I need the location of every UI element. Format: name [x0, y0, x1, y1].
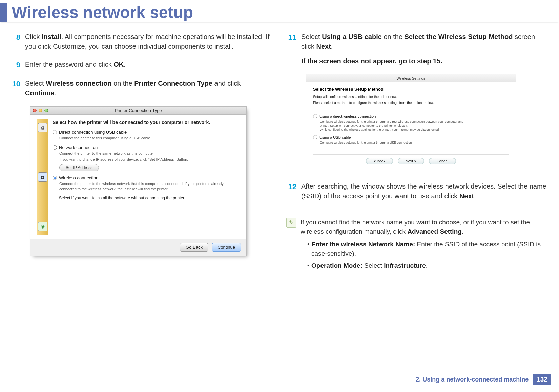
- bold: Wireless connection: [46, 80, 111, 87]
- page-number-badge: 132: [533, 374, 551, 385]
- accent-bar: [0, 3, 7, 22]
- bold: Printer Connection Type: [134, 80, 212, 87]
- radio-icon[interactable]: [53, 176, 57, 180]
- sub-instruction: If the screen does not appear, go to ste…: [301, 56, 549, 66]
- text: Select: [363, 262, 384, 269]
- dialog-body: Select the Wireless Setup Method Setup w…: [306, 82, 516, 171]
- option-usb[interactable]: Direct connection using USB cable Connec…: [53, 130, 240, 141]
- footer-chapter: 2. Using a network-connected machine: [416, 376, 529, 383]
- option-usb-cable[interactable]: Using a USB cable Configure wireless set…: [313, 135, 509, 145]
- column-right: 11 Select Using a USB cable on the Selec…: [286, 32, 549, 273]
- dialog-titlebar: Printer Connection Type: [30, 107, 246, 115]
- dialog-heading: Select the Wireless Setup Method: [313, 87, 509, 92]
- checkbox-row[interactable]: Select if you want to install the softwa…: [53, 196, 240, 200]
- go-back-button[interactable]: Go Back: [180, 243, 208, 252]
- option-wireless[interactable]: Wireless connection Connect the printer …: [53, 175, 240, 192]
- option-direct-wireless[interactable]: Using a direct wireless connection Confi…: [313, 114, 509, 132]
- step-number: 8: [10, 32, 25, 51]
- option-desc: If you want to change IP address of your…: [59, 157, 240, 162]
- bold: Select the Wireless Setup Method: [405, 33, 513, 40]
- options-panel: Select how the printer will be connected…: [53, 119, 240, 235]
- bold: OK: [113, 61, 124, 68]
- step-10: 10 Select Wireless connection on the Pri…: [10, 79, 273, 98]
- page-title: Wireless network setup: [12, 3, 193, 22]
- sidebar-ruler: ⎙ ▦ ◉: [37, 119, 48, 235]
- option-network[interactable]: Network connection Connect the printer t…: [53, 145, 240, 172]
- step-number: 10: [10, 79, 25, 98]
- dialog-button-bar: Go Back Continue: [30, 239, 246, 256]
- option-desc: Configure wireless settings for the prin…: [320, 119, 465, 132]
- checkbox-icon[interactable]: [53, 196, 57, 200]
- option-label: Network connection: [59, 145, 98, 150]
- note-box: ✎ If you cannot find the network name yo…: [286, 212, 549, 273]
- option-label: Wireless connection: [59, 175, 98, 180]
- bold: Using a USB cable: [322, 33, 382, 40]
- dialog-button-bar: < Back Next > Cancel: [313, 154, 509, 168]
- note-icon: ✎: [286, 218, 296, 228]
- usb-icon: ⎙: [38, 123, 47, 132]
- radio-icon[interactable]: [313, 135, 317, 139]
- bold: Infrastructure: [384, 262, 426, 269]
- radio-icon[interactable]: [53, 145, 57, 150]
- page-footer: 2. Using a network-connected machine 132: [416, 374, 551, 385]
- bold: Next: [316, 43, 331, 50]
- option-label: Using a direct wireless connection: [319, 114, 376, 118]
- dialog-body: ⎙ ▦ ◉ Select how the printer will be con…: [30, 115, 246, 239]
- option-desc: Configure wireless settings for the prin…: [320, 140, 465, 145]
- dialog-subtext: Please select a method to configure the …: [313, 101, 509, 105]
- list-item: Operation Mode: Select Infrastructure.: [307, 261, 549, 270]
- step-12: 12 After searching, the window shows the…: [286, 181, 549, 201]
- dialog-title: Printer Connection Type: [30, 108, 246, 113]
- dialog-printer-connection-type: Printer Connection Type ⎙ ▦ ◉ Select how…: [30, 106, 247, 256]
- step-11: 11 Select Using a USB cable on the Selec…: [286, 32, 549, 66]
- checkbox-label: Select if you want to install the softwa…: [59, 196, 185, 200]
- step-body: Click Install. All components necessary …: [25, 32, 273, 51]
- back-button[interactable]: < Back: [366, 158, 393, 164]
- radio-icon[interactable]: [313, 114, 317, 118]
- option-label: Direct connection using USB cable: [59, 130, 127, 135]
- list-item: Enter the wireless Network Name: Enter t…: [307, 240, 549, 258]
- dialog-wireless-settings: Wireless Settings Select the Wireless Se…: [306, 74, 516, 171]
- step-body: Select Wireless connection on the Printe…: [25, 79, 273, 98]
- text: Click: [25, 33, 42, 40]
- step-number: 12: [286, 181, 301, 201]
- text: .: [474, 192, 476, 200]
- text: and click: [212, 80, 241, 87]
- text: After searching, the window shows the wi…: [301, 182, 546, 200]
- step-number: 9: [10, 60, 25, 70]
- text: .: [124, 61, 126, 68]
- dialog-title: Wireless Settings: [306, 74, 516, 82]
- bold: Next: [459, 192, 474, 200]
- text: . All components necessary for machine o…: [25, 33, 269, 50]
- step-body: Select Using a USB cable on the Select t…: [301, 32, 549, 66]
- option-label: Using a USB cable: [319, 135, 351, 139]
- option-desc: Connect the printer to the wireless netw…: [59, 181, 240, 192]
- step-body: Enter the password and click OK.: [25, 60, 273, 70]
- radio-icon[interactable]: [53, 130, 57, 134]
- column-left: 8 Click Install. All components necessar…: [10, 32, 273, 273]
- dialog-heading: Select how the printer will be connected…: [53, 119, 240, 125]
- note-list: Enter the wireless Network Name: Enter t…: [307, 240, 549, 270]
- continue-button[interactable]: Continue: [212, 243, 241, 252]
- text: Select: [25, 80, 46, 87]
- text: .: [55, 89, 57, 97]
- bold: Advanced Setting: [407, 228, 461, 235]
- options-panel: Using a direct wireless connection Confi…: [313, 114, 509, 145]
- next-button[interactable]: Next >: [398, 158, 424, 164]
- step-8: 8 Click Install. All components necessar…: [10, 32, 273, 51]
- text: Enter the password and click: [25, 61, 113, 68]
- text: on the: [382, 33, 405, 40]
- step-body: After searching, the window shows the wi…: [301, 181, 549, 201]
- set-ip-button[interactable]: Set IP Address: [59, 164, 99, 171]
- option-desc: Connect the printer to the same network …: [59, 151, 240, 156]
- dialog-subtext: Setup will configure wireless settings f…: [313, 95, 509, 99]
- cancel-button[interactable]: Cancel: [429, 158, 456, 164]
- text: on the: [111, 80, 134, 87]
- step-9: 9 Enter the password and click OK.: [10, 60, 273, 70]
- text: .: [426, 262, 428, 269]
- wifi-icon: ◉: [38, 222, 47, 231]
- content-columns: 8 Click Install. All components necessar…: [0, 32, 559, 273]
- text: .: [331, 43, 333, 50]
- page-header: Wireless network setup: [0, 0, 559, 22]
- text: Select: [301, 33, 322, 40]
